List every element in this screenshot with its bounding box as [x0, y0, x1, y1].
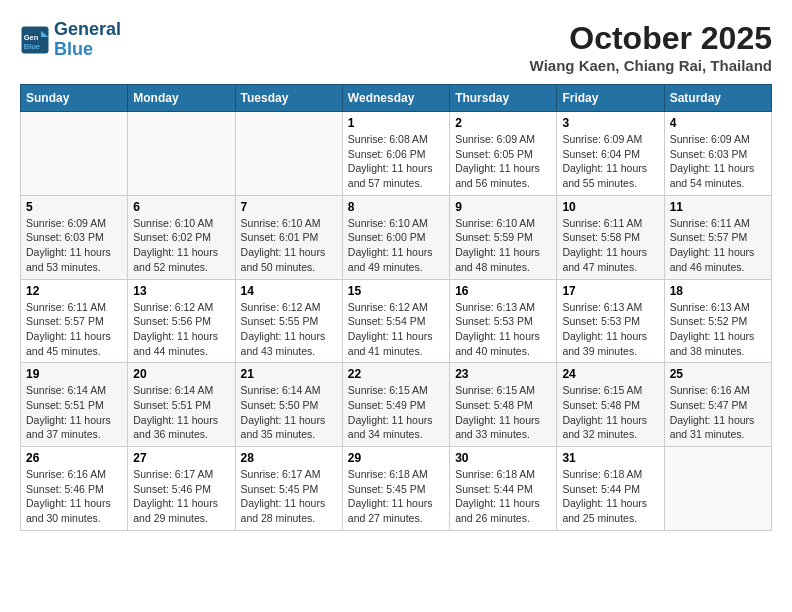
- calendar-cell: 14Sunrise: 6:12 AM Sunset: 5:55 PM Dayli…: [235, 279, 342, 363]
- calendar-week-3: 12Sunrise: 6:11 AM Sunset: 5:57 PM Dayli…: [21, 279, 772, 363]
- day-info: Sunrise: 6:17 AM Sunset: 5:45 PM Dayligh…: [241, 467, 337, 526]
- day-number: 4: [670, 116, 766, 130]
- calendar-cell: 6Sunrise: 6:10 AM Sunset: 6:02 PM Daylig…: [128, 195, 235, 279]
- day-info: Sunrise: 6:11 AM Sunset: 5:57 PM Dayligh…: [670, 216, 766, 275]
- day-number: 2: [455, 116, 551, 130]
- page-header: Gen Blue General Blue October 2025 Wiang…: [20, 20, 772, 74]
- calendar-cell: 22Sunrise: 6:15 AM Sunset: 5:49 PM Dayli…: [342, 363, 449, 447]
- day-info: Sunrise: 6:14 AM Sunset: 5:50 PM Dayligh…: [241, 383, 337, 442]
- day-info: Sunrise: 6:12 AM Sunset: 5:56 PM Dayligh…: [133, 300, 229, 359]
- day-info: Sunrise: 6:13 AM Sunset: 5:53 PM Dayligh…: [455, 300, 551, 359]
- weekday-saturday: Saturday: [664, 85, 771, 112]
- calendar-cell: 31Sunrise: 6:18 AM Sunset: 5:44 PM Dayli…: [557, 447, 664, 531]
- calendar-cell: 26Sunrise: 6:16 AM Sunset: 5:46 PM Dayli…: [21, 447, 128, 531]
- day-info: Sunrise: 6:16 AM Sunset: 5:47 PM Dayligh…: [670, 383, 766, 442]
- day-info: Sunrise: 6:09 AM Sunset: 6:05 PM Dayligh…: [455, 132, 551, 191]
- weekday-monday: Monday: [128, 85, 235, 112]
- day-number: 20: [133, 367, 229, 381]
- weekday-tuesday: Tuesday: [235, 85, 342, 112]
- logo-icon: Gen Blue: [20, 25, 50, 55]
- calendar-cell: [664, 447, 771, 531]
- day-number: 13: [133, 284, 229, 298]
- calendar-cell: [235, 112, 342, 196]
- day-number: 9: [455, 200, 551, 214]
- day-info: Sunrise: 6:09 AM Sunset: 6:03 PM Dayligh…: [670, 132, 766, 191]
- day-number: 12: [26, 284, 122, 298]
- day-info: Sunrise: 6:11 AM Sunset: 5:58 PM Dayligh…: [562, 216, 658, 275]
- day-number: 25: [670, 367, 766, 381]
- day-number: 7: [241, 200, 337, 214]
- logo-line1: General: [54, 20, 121, 40]
- logo: Gen Blue General Blue: [20, 20, 121, 60]
- day-info: Sunrise: 6:17 AM Sunset: 5:46 PM Dayligh…: [133, 467, 229, 526]
- day-number: 23: [455, 367, 551, 381]
- day-info: Sunrise: 6:18 AM Sunset: 5:44 PM Dayligh…: [455, 467, 551, 526]
- day-info: Sunrise: 6:10 AM Sunset: 6:01 PM Dayligh…: [241, 216, 337, 275]
- day-number: 8: [348, 200, 444, 214]
- calendar-cell: 15Sunrise: 6:12 AM Sunset: 5:54 PM Dayli…: [342, 279, 449, 363]
- calendar-cell: 28Sunrise: 6:17 AM Sunset: 5:45 PM Dayli…: [235, 447, 342, 531]
- day-number: 30: [455, 451, 551, 465]
- calendar-body: 1Sunrise: 6:08 AM Sunset: 6:06 PM Daylig…: [21, 112, 772, 531]
- weekday-wednesday: Wednesday: [342, 85, 449, 112]
- day-number: 10: [562, 200, 658, 214]
- day-info: Sunrise: 6:08 AM Sunset: 6:06 PM Dayligh…: [348, 132, 444, 191]
- day-number: 22: [348, 367, 444, 381]
- day-number: 15: [348, 284, 444, 298]
- day-number: 28: [241, 451, 337, 465]
- calendar-cell: 24Sunrise: 6:15 AM Sunset: 5:48 PM Dayli…: [557, 363, 664, 447]
- day-info: Sunrise: 6:18 AM Sunset: 5:45 PM Dayligh…: [348, 467, 444, 526]
- day-info: Sunrise: 6:18 AM Sunset: 5:44 PM Dayligh…: [562, 467, 658, 526]
- day-number: 11: [670, 200, 766, 214]
- calendar-cell: 17Sunrise: 6:13 AM Sunset: 5:53 PM Dayli…: [557, 279, 664, 363]
- day-info: Sunrise: 6:12 AM Sunset: 5:55 PM Dayligh…: [241, 300, 337, 359]
- day-number: 31: [562, 451, 658, 465]
- day-number: 27: [133, 451, 229, 465]
- title-block: October 2025 Wiang Kaen, Chiang Rai, Tha…: [530, 20, 772, 74]
- calendar-cell: [128, 112, 235, 196]
- calendar-cell: 27Sunrise: 6:17 AM Sunset: 5:46 PM Dayli…: [128, 447, 235, 531]
- calendar-cell: 23Sunrise: 6:15 AM Sunset: 5:48 PM Dayli…: [450, 363, 557, 447]
- calendar-cell: 30Sunrise: 6:18 AM Sunset: 5:44 PM Dayli…: [450, 447, 557, 531]
- location: Wiang Kaen, Chiang Rai, Thailand: [530, 57, 772, 74]
- day-number: 5: [26, 200, 122, 214]
- calendar-cell: 1Sunrise: 6:08 AM Sunset: 6:06 PM Daylig…: [342, 112, 449, 196]
- calendar-cell: 8Sunrise: 6:10 AM Sunset: 6:00 PM Daylig…: [342, 195, 449, 279]
- day-number: 26: [26, 451, 122, 465]
- calendar-cell: 10Sunrise: 6:11 AM Sunset: 5:58 PM Dayli…: [557, 195, 664, 279]
- calendar-cell: 2Sunrise: 6:09 AM Sunset: 6:05 PM Daylig…: [450, 112, 557, 196]
- calendar-cell: 9Sunrise: 6:10 AM Sunset: 5:59 PM Daylig…: [450, 195, 557, 279]
- calendar-cell: 7Sunrise: 6:10 AM Sunset: 6:01 PM Daylig…: [235, 195, 342, 279]
- day-info: Sunrise: 6:13 AM Sunset: 5:52 PM Dayligh…: [670, 300, 766, 359]
- calendar-cell: 25Sunrise: 6:16 AM Sunset: 5:47 PM Dayli…: [664, 363, 771, 447]
- day-info: Sunrise: 6:15 AM Sunset: 5:48 PM Dayligh…: [455, 383, 551, 442]
- day-info: Sunrise: 6:12 AM Sunset: 5:54 PM Dayligh…: [348, 300, 444, 359]
- calendar-cell: 5Sunrise: 6:09 AM Sunset: 6:03 PM Daylig…: [21, 195, 128, 279]
- calendar-cell: [21, 112, 128, 196]
- calendar-week-2: 5Sunrise: 6:09 AM Sunset: 6:03 PM Daylig…: [21, 195, 772, 279]
- day-number: 14: [241, 284, 337, 298]
- weekday-sunday: Sunday: [21, 85, 128, 112]
- calendar-cell: 13Sunrise: 6:12 AM Sunset: 5:56 PM Dayli…: [128, 279, 235, 363]
- calendar: SundayMondayTuesdayWednesdayThursdayFrid…: [20, 84, 772, 531]
- calendar-cell: 18Sunrise: 6:13 AM Sunset: 5:52 PM Dayli…: [664, 279, 771, 363]
- calendar-cell: 3Sunrise: 6:09 AM Sunset: 6:04 PM Daylig…: [557, 112, 664, 196]
- day-info: Sunrise: 6:11 AM Sunset: 5:57 PM Dayligh…: [26, 300, 122, 359]
- month-title: October 2025: [530, 20, 772, 57]
- weekday-header-row: SundayMondayTuesdayWednesdayThursdayFrid…: [21, 85, 772, 112]
- calendar-week-5: 26Sunrise: 6:16 AM Sunset: 5:46 PM Dayli…: [21, 447, 772, 531]
- svg-text:Blue: Blue: [24, 42, 40, 51]
- day-number: 3: [562, 116, 658, 130]
- calendar-cell: 4Sunrise: 6:09 AM Sunset: 6:03 PM Daylig…: [664, 112, 771, 196]
- day-info: Sunrise: 6:10 AM Sunset: 5:59 PM Dayligh…: [455, 216, 551, 275]
- day-number: 6: [133, 200, 229, 214]
- day-info: Sunrise: 6:15 AM Sunset: 5:48 PM Dayligh…: [562, 383, 658, 442]
- day-info: Sunrise: 6:16 AM Sunset: 5:46 PM Dayligh…: [26, 467, 122, 526]
- day-info: Sunrise: 6:09 AM Sunset: 6:03 PM Dayligh…: [26, 216, 122, 275]
- day-info: Sunrise: 6:13 AM Sunset: 5:53 PM Dayligh…: [562, 300, 658, 359]
- weekday-thursday: Thursday: [450, 85, 557, 112]
- day-number: 16: [455, 284, 551, 298]
- day-info: Sunrise: 6:10 AM Sunset: 6:00 PM Dayligh…: [348, 216, 444, 275]
- calendar-cell: 19Sunrise: 6:14 AM Sunset: 5:51 PM Dayli…: [21, 363, 128, 447]
- svg-text:Gen: Gen: [24, 33, 39, 42]
